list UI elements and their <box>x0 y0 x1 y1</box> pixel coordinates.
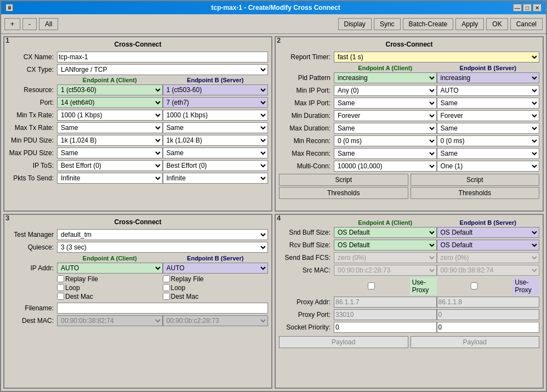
script-b-button[interactable]: Script <box>411 174 540 186</box>
use-proxy-b-checkbox[interactable] <box>437 282 512 289</box>
resource-label: Resource: <box>8 86 57 94</box>
replay-file-b-checkbox[interactable] <box>163 275 170 282</box>
socket-priority-label: Socket Priority: <box>279 323 334 331</box>
proxy-addr-row: Proxy Addr: <box>279 297 539 308</box>
max-reconn-b-select[interactable]: Same <box>437 148 540 159</box>
add-button[interactable]: + <box>4 18 20 30</box>
min-pdu-a-select[interactable]: 1k (1,024 B) <box>57 135 163 146</box>
dest-mac-row: Dest MAC: 00:90:0b:38:82:74 00:90:0b:c2:… <box>8 315 268 326</box>
p2-ep-a-header: Endpoint A (Client) <box>334 65 437 71</box>
thresholds-b-button[interactable]: Thresholds <box>411 187 540 199</box>
port-a-select[interactable]: 14 (eth6#0) <box>57 97 163 108</box>
min-tx-b-select[interactable]: 1000 (1 Kbps) <box>163 110 269 121</box>
quiesce-select[interactable]: 3 (3 sec) <box>57 242 268 253</box>
min-pdu-b-select[interactable]: 1k (1,024 B) <box>163 135 269 146</box>
min-ip-b-select[interactable]: AUTO <box>437 85 540 96</box>
title-bar: 🖥 tcp-max-1 - Create/Modify Cross Connec… <box>1 1 546 14</box>
p3-endpoint-headers: Endpoint A (Client) Endpoint B (Server) <box>8 255 268 262</box>
resource-a-select[interactable]: 1 (ct503-60) <box>57 84 163 95</box>
minimize-button[interactable]: — <box>513 4 522 12</box>
panel-3-title: Cross-Connect <box>8 217 268 227</box>
dest-mac-b-checkbox[interactable] <box>163 293 170 300</box>
script-a-button[interactable]: Script <box>279 174 408 186</box>
rcv-buff-a-select[interactable]: OS Default <box>334 240 437 251</box>
resource-b-select[interactable]: 1 (ct503-60) <box>163 84 269 95</box>
thresholds-a-button[interactable]: Thresholds <box>279 187 408 199</box>
ip-tos-b-select[interactable]: Best Effort (0) <box>163 160 269 171</box>
close-button[interactable]: ✕ <box>533 4 542 12</box>
payload-a-button[interactable]: Payload <box>279 336 408 348</box>
max-dur-row: Max Duration: Same Same <box>279 123 539 134</box>
ip-tos-a-select[interactable]: Best Effort (0) <box>57 160 163 171</box>
cx-name-input[interactable] <box>57 52 268 63</box>
ip-addr-a-select[interactable]: AUTO <box>57 263 163 274</box>
rcv-buff-b-select[interactable]: OS Default <box>437 240 540 251</box>
max-reconn-a-select[interactable]: Same <box>334 148 437 159</box>
display-button[interactable]: Display <box>338 18 372 30</box>
pkts-b-select[interactable]: Infinite <box>163 173 269 184</box>
apply-button[interactable]: Apply <box>455 18 484 30</box>
maximize-button[interactable]: □ <box>523 4 532 12</box>
dest-mac-a-checkbox[interactable] <box>57 293 64 300</box>
min-dur-a-select[interactable]: Forever <box>334 110 437 121</box>
min-tx-a-select[interactable]: 1000 (1 Kbps) <box>57 110 163 121</box>
socket-priority-b-input[interactable] <box>437 322 540 333</box>
dest-mac-b-label: Dest Mac <box>171 293 199 300</box>
min-dur-b-select[interactable]: Forever <box>437 110 540 121</box>
use-proxy-a-checkbox[interactable] <box>334 282 409 289</box>
cancel-button[interactable]: Cancel <box>510 18 543 30</box>
max-ip-b-select[interactable]: Same <box>437 98 540 109</box>
snd-buff-a-select[interactable]: OS Default <box>334 227 437 238</box>
socket-priority-a-input[interactable] <box>334 322 437 333</box>
pld-pattern-row: Pld Pattern increasing increasing <box>279 72 539 83</box>
pld-a-select[interactable]: increasing <box>334 72 437 83</box>
test-manager-select[interactable]: default_tm <box>57 229 268 240</box>
loop-b-checkbox[interactable] <box>163 284 170 291</box>
min-reconn-b-select[interactable]: 0 (0 ms) <box>437 135 540 146</box>
multi-conn-b-select[interactable]: One (1) <box>437 161 540 172</box>
main-window: 🖥 tcp-max-1 - Create/Modify Cross Connec… <box>0 0 547 392</box>
min-reconn-a-select[interactable]: 0 (0 ms) <box>334 135 437 146</box>
snd-buff-b-select[interactable]: OS Default <box>437 227 540 238</box>
dest-mac-a-select[interactable]: 00:90:0b:38:82:74 <box>57 315 163 326</box>
loop-a-checkbox[interactable] <box>57 284 64 291</box>
p4-ep-a-header: Endpoint A (Client) <box>334 219 437 226</box>
send-bad-fcs-row: Send Bad FCS: zero (0%) zero (0%) <box>279 252 539 263</box>
min-ip-a-select[interactable]: Any (0) <box>334 85 437 96</box>
pld-pattern-label: Pld Pattern <box>279 74 334 82</box>
pkts-a-select[interactable]: Infinite <box>57 173 163 184</box>
cx-name-label: CX Name: <box>8 53 57 61</box>
max-dur-b-select[interactable]: Same <box>437 123 540 134</box>
replay-file-a-label: Replay File <box>65 275 98 283</box>
filename-input[interactable] <box>57 303 268 314</box>
src-mac-row: Src MAC: 00:90:0b:c2:28:73 00:90:0b:38:8… <box>279 265 539 276</box>
max-pdu-b-select[interactable]: Same <box>163 147 269 158</box>
p4-endpoint-headers: Endpoint A (Client) Endpoint B (Server) <box>279 219 539 226</box>
max-ip-a-select[interactable]: Same <box>334 98 437 109</box>
snd-buff-label: Snd Buff Size: <box>279 229 334 236</box>
max-tx-label: Max Tx Rate: <box>8 124 57 132</box>
max-pdu-a-select[interactable]: Same <box>57 147 163 158</box>
report-timer-select[interactable]: fast (1 s) <box>334 52 539 63</box>
pld-b-select[interactable]: increasing <box>437 72 540 83</box>
ok-button[interactable]: OK <box>486 18 508 30</box>
payload-b-button[interactable]: Payload <box>411 336 540 348</box>
max-dur-a-select[interactable]: Same <box>334 123 437 134</box>
toolbar: + - All Display Sync Batch-Create Apply … <box>1 14 546 34</box>
ip-tos-row: IP ToS: Best Effort (0) Best Effort (0) <box>8 160 268 171</box>
quiesce-label: Quiesce: <box>8 243 57 251</box>
all-button[interactable]: All <box>39 18 58 30</box>
multi-conn-a-select[interactable]: 10000 (10,000) <box>334 161 437 172</box>
cx-type-select[interactable]: LANforge / TCP <box>57 64 268 75</box>
batch-create-button[interactable]: Batch-Create <box>403 18 454 30</box>
max-tx-a-select[interactable]: Same <box>57 122 163 133</box>
max-reconn-row: Max Reconn: Same Same <box>279 148 539 159</box>
replay-file-a-checkbox[interactable] <box>57 275 64 282</box>
max-ip-label: Max IP Port: <box>279 99 334 107</box>
max-tx-b-select[interactable]: Same <box>163 122 269 133</box>
remove-button[interactable]: - <box>22 18 37 30</box>
port-b-select[interactable]: 7 (eth7) <box>163 97 269 108</box>
sync-button[interactable]: Sync <box>374 18 401 30</box>
ip-addr-b-select[interactable]: AUTO <box>163 263 269 274</box>
dest-mac-b-select[interactable]: 00:90:0b:c2:28:73 <box>163 315 269 326</box>
